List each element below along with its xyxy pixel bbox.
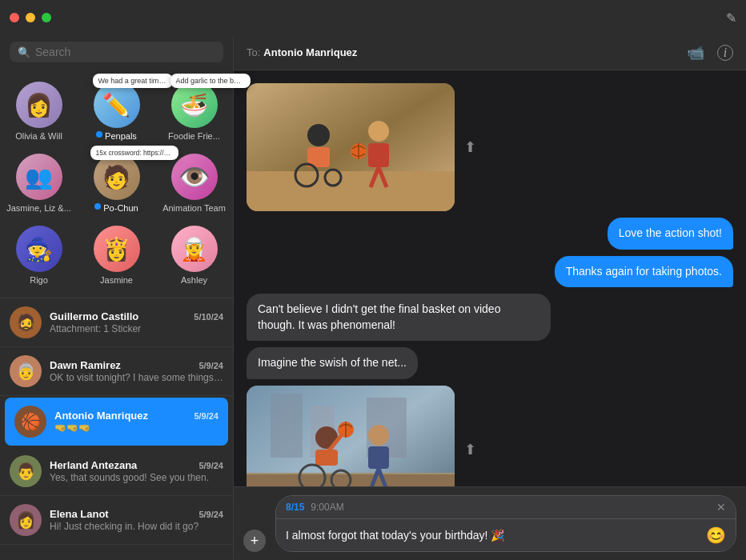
bubble-swish: Imagine the swish of the net... <box>247 347 418 379</box>
pochun-tooltip: 15x crossword: https://apple.news/... <box>90 146 178 160</box>
conv-name-elena: Elena Lanot 5/9/24 <box>50 508 223 520</box>
svg-point-25 <box>368 425 389 446</box>
basketball-photo-2 <box>247 386 455 486</box>
avatar-foodie: 🍜 <box>171 82 218 128</box>
avatar-jasmine2: 👸 <box>94 226 140 272</box>
avatar-herland: 👨 <box>10 455 42 487</box>
chat-header: To: Antonio Manriquez 📹 i <box>234 35 746 70</box>
foodie-tooltip: Add garlic to the butter, and then... <box>170 74 251 88</box>
conv-content-herland: Herland Antezana 5/9/24 Yes, that sounds… <box>50 459 223 483</box>
conversation-item-antonio[interactable]: 🏀 Antonio Manriquez 5/9/24 🤜🤜🤜 <box>5 398 228 446</box>
avatar-ashley: 🧝 <box>171 226 218 272</box>
message-input[interactable] <box>286 529 700 542</box>
conv-content-elena: Elena Lanot 5/9/24 Hi! Just checking in.… <box>50 508 223 532</box>
input-close-button[interactable]: ✕ <box>716 501 726 514</box>
conversation-item-herland[interactable]: 👨 Herland Antezana 5/9/24 Yes, that soun… <box>0 447 233 496</box>
avatar-item-pochun[interactable]: 15x crossword: https://apple.news/... 🧑 … <box>78 147 155 219</box>
fullscreen-button[interactable] <box>42 13 51 22</box>
full-input-wrap: + 8/15 9:00AM ✕ 😊 <box>243 495 736 552</box>
message-love-action-shot: Love the action shot! <box>247 218 733 250</box>
svg-rect-13 <box>271 394 303 458</box>
conversation-item-guillermo[interactable]: 🧔 Guillermo Castillo 5/10/24 Attachment:… <box>0 298 233 347</box>
conv-name-antonio: Antonio Manriquez 5/9/24 <box>54 410 219 422</box>
svg-point-2 <box>307 124 330 146</box>
minimize-button[interactable] <box>26 13 35 22</box>
share-button-2[interactable]: ⬆ <box>464 441 476 458</box>
avatar-olivia-will: 👩 <box>16 82 62 128</box>
avatar-pochun: 🧑 <box>94 154 140 200</box>
avatar-label-animation-team: Animation Team <box>162 203 226 213</box>
conv-preview-dawn: OK to visit tonight? I have some things … <box>50 372 223 383</box>
conversation-item-dawn[interactable]: 👵 Dawn Ramirez 5/9/24 OK to visit tonigh… <box>0 347 233 396</box>
search-input[interactable] <box>35 46 215 58</box>
conv-preview-herland: Yes, that sounds good! See you then. <box>50 472 223 483</box>
emoji-picker-button[interactable]: 😊 <box>706 526 726 545</box>
image-wrap-1: ⬆ <box>247 83 476 211</box>
sidebar: 🔍 👩 Olivia & Will We had a great time. H… <box>0 35 234 560</box>
avatar-item-jasmine-liz[interactable]: 👥 Jasmine, Liz &... <box>0 147 78 219</box>
message-img2: ⬆ <box>247 386 733 486</box>
avatar-item-olivia-will[interactable]: 👩 Olivia & Will <box>0 75 78 147</box>
bubble-cant-believe: Can't believe I didn't get the final bas… <box>247 294 551 341</box>
avatar-animation-team: 👁️ <box>171 154 218 200</box>
conv-name-guillermo: Guillermo Castillo 5/10/24 <box>50 310 223 322</box>
traffic-lights <box>10 13 51 22</box>
unread-dot-penpals <box>96 131 102 138</box>
chat-to-label: To: <box>247 46 260 58</box>
unread-dot-pochun <box>94 203 101 210</box>
avatar-item-rigo[interactable]: 🧙 Rigo <box>0 219 78 291</box>
video-call-icon[interactable]: 📹 <box>687 44 704 62</box>
bubble-love-action-shot: Love the action shot! <box>608 218 733 250</box>
title-bar: ✎ <box>0 0 746 35</box>
message-thanks-photos: Thanks again for taking photos. <box>247 256 733 288</box>
conversation-list: 🧔 Guillermo Castillo 5/10/24 Attachment:… <box>0 298 233 560</box>
chat-area: To: Antonio Manriquez 📹 i <box>234 35 746 560</box>
avatar-item-ashley[interactable]: 🧝 Ashley <box>155 219 233 291</box>
avatar-elena: 👩 <box>10 504 42 536</box>
image-wrap-2: ⬆ <box>247 386 476 486</box>
add-button[interactable]: + <box>243 530 266 552</box>
close-button[interactable] <box>10 13 19 22</box>
input-box-row: 😊 <box>276 519 736 551</box>
share-button-1[interactable]: ⬆ <box>464 138 476 156</box>
conv-preview-guillermo: Attachment: 1 Sticker <box>50 323 223 334</box>
avatar-label-jasmine2: Jasmine <box>100 275 133 285</box>
avatar-label-pochun: Po-Chun <box>103 203 138 213</box>
avatar-item-penpals[interactable]: We had a great time. Home with th... ✏️ … <box>78 75 155 147</box>
input-time: 9:00AM <box>311 502 343 513</box>
compose-icon[interactable]: ✎ <box>726 10 736 26</box>
input-main: 8/15 9:00AM ✕ 😊 <box>275 495 736 552</box>
penpals-tooltip: We had a great time. Home with th... <box>93 74 173 88</box>
avatar-antonio: 🏀 <box>14 406 46 438</box>
info-icon[interactable]: i <box>717 45 733 61</box>
bubble-thanks-photos: Thanks again for taking photos. <box>555 256 733 288</box>
avatar-guillermo: 🧔 <box>10 306 42 338</box>
message-img1: ⬆ <box>247 83 733 211</box>
conversation-item-elena[interactable]: 👩 Elena Lanot 5/9/24 Hi! Just checking i… <box>0 496 233 545</box>
svg-rect-26 <box>368 446 389 469</box>
input-area: + 8/15 9:00AM ✕ 😊 <box>234 486 746 560</box>
message-swish: Imagine the swish of the net... <box>247 347 733 379</box>
basketball-photo-1 <box>247 83 455 211</box>
conv-preview-elena: Hi! Just checking in. How did it go? <box>50 521 223 532</box>
search-bar: 🔍 <box>0 35 233 69</box>
main-layout: 🔍 👩 Olivia & Will We had a great time. H… <box>0 35 746 560</box>
search-icon: 🔍 <box>18 46 30 58</box>
char-count: 8/15 <box>286 502 304 513</box>
search-input-wrap[interactable]: 🔍 <box>10 42 223 62</box>
conv-content-guillermo: Guillermo Castillo 5/10/24 Attachment: 1… <box>50 310 223 334</box>
svg-point-6 <box>368 121 389 142</box>
avatar-item-jasmine2[interactable]: 👸 Jasmine <box>78 219 155 291</box>
input-top-bar: 8/15 9:00AM ✕ <box>276 496 736 519</box>
conv-content-dawn: Dawn Ramirez 5/9/24 OK to visit tonight?… <box>50 359 223 383</box>
chat-header-icons: 📹 i <box>687 44 733 62</box>
conv-content-antonio: Antonio Manriquez 5/9/24 🤜🤜🤜 <box>54 410 219 434</box>
avatar-label-jasmine-liz: Jasmine, Liz &... <box>6 203 71 213</box>
svg-rect-1 <box>247 171 455 211</box>
avatar-label-rigo: Rigo <box>30 275 48 285</box>
avatar-label-ashley: Ashley <box>181 275 207 285</box>
avatar-rigo: 🧙 <box>16 226 62 272</box>
conv-name-dawn: Dawn Ramirez 5/9/24 <box>50 359 223 371</box>
avatar-grid: 👩 Olivia & Will We had a great time. Hom… <box>0 69 233 298</box>
conv-preview-antonio: 🤜🤜🤜 <box>54 422 219 434</box>
